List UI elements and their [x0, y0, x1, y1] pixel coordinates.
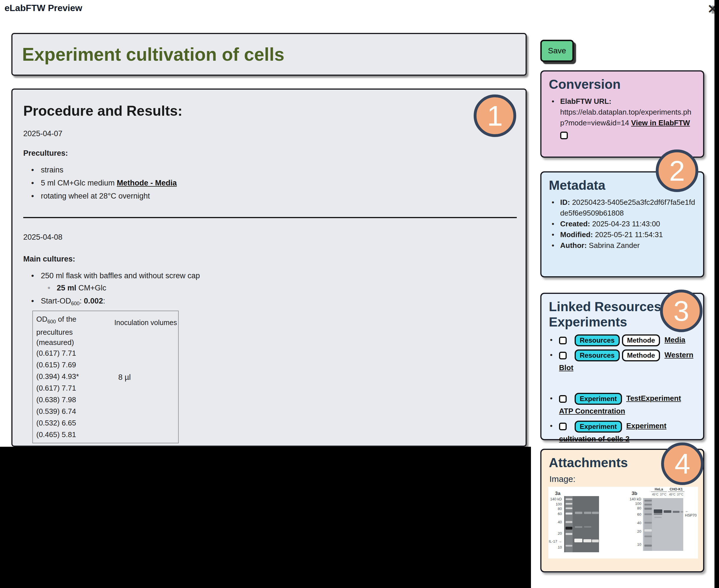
gel-3a-ladder-label: 140 kD	[548, 497, 562, 501]
list-item-text: 5 ml CM+Glc medium	[41, 179, 117, 187]
list-item-text: rotating wheel at 28°C overnight	[41, 192, 150, 200]
main-cultures-list: 250 ml flask with baffles and without sc…	[31, 271, 515, 475]
hsp70-annotation: ← HSP70	[685, 509, 698, 517]
gel-3b-ladder-label: 80	[628, 506, 641, 510]
conversion-title: Conversion	[549, 77, 696, 92]
gel-3b-ladder-label: 140 kD	[628, 497, 641, 501]
gel-3a-ladder-label: 40	[548, 520, 562, 524]
conversion-checkbox[interactable]	[560, 132, 568, 139]
section-heading: Procedure and Results:	[23, 103, 515, 119]
od-end: :	[103, 297, 105, 305]
document-body-card: Procedure and Results: 2025-04-07 Precul…	[11, 88, 527, 447]
gel-3b-label: 3b	[632, 491, 637, 497]
table-cell: (0.394) 4.93*	[36, 371, 111, 382]
methode-badge[interactable]: Methode	[622, 350, 660, 361]
gel-3b-ladder-label: 40	[628, 521, 641, 525]
window-title: eLabFTW Preview	[4, 3, 82, 13]
metadata-item-id: ID: 20250423-5405e25a3fc2df6f7fa5e1fdde5…	[549, 197, 696, 218]
list-item-text: strains	[41, 166, 64, 174]
conversion-url-item: ElabFTW URL: https://elab.dataplan.top/e…	[549, 96, 696, 139]
od-table-header: OD600 of the precultures	[36, 314, 111, 337]
experiment-badge[interactable]: Experiment	[575, 421, 622, 433]
table-cell: (0.539) 6.74	[36, 406, 111, 417]
list-item-text: 250 ml flask with baffles and without sc…	[41, 271, 200, 280]
gel-3b-ladder-label: 10	[628, 542, 641, 547]
annotation-circle-1: 1	[474, 94, 516, 137]
table-cell: (0.615) 7.69	[36, 359, 111, 371]
table-cell: (0.617) 7.71	[36, 348, 111, 359]
sub-list-item: 25 ml CM+Glc	[48, 284, 515, 292]
gel-3a-ladder-label: 20	[548, 531, 562, 536]
linked-item-checkbox[interactable]	[559, 352, 567, 359]
metadata-item-author: Author: Sabrina Zander	[549, 240, 696, 251]
gel-3b-group-hela: HeLa	[651, 487, 667, 492]
list-item: strains	[31, 166, 515, 174]
gel-3a-ladder-label: 80	[548, 507, 562, 511]
gel-3b-group-chok1: CHO-K1	[668, 487, 684, 492]
od-table-column-measured: OD600 of the precultures (measured) (0.6…	[33, 311, 113, 442]
page-title: Experiment cultivation of cells	[13, 44, 284, 65]
table-cell: (0.532) 6.65	[36, 417, 111, 429]
metadata-list: ID: 20250423-5405e25a3fc2df6f7fa5e1fdde5…	[549, 197, 696, 251]
save-button[interactable]: Save	[540, 40, 574, 62]
linked-item-checkbox[interactable]	[559, 337, 567, 344]
inoculation-header: Inoculation volumes	[114, 318, 178, 327]
url-label: ElabFTW URL:	[560, 97, 612, 106]
linked-item: ResourcesMethode Western Blot	[549, 349, 696, 374]
methode-media-link[interactable]: Methode - Media	[117, 179, 177, 187]
gel-3b-temp: 45°C	[652, 493, 658, 496]
list-item: Start-OD600: 0.002: OD600 of the precult…	[31, 297, 515, 455]
right-edge-black-strip	[715, 0, 719, 588]
conversion-panel: Conversion ElabFTW URL: https://elab.dat…	[540, 70, 704, 158]
list-item: 5 ml CM+Glc medium Methode - Media	[31, 179, 515, 188]
od-table-header-line2: (measured)	[36, 337, 111, 348]
gel-3b-ladder-label: 20	[628, 529, 641, 533]
gel-3b-temp: 37°C	[677, 493, 683, 496]
main-cultures-label: Main cultures:	[23, 255, 515, 264]
annotation-circle-4: 4	[661, 442, 704, 485]
list-item: 250 ml flask with baffles and without sc…	[31, 271, 515, 292]
linked-list: ResourcesMethode Media ResourcesMethode …	[549, 334, 696, 445]
media-link[interactable]: Media	[664, 336, 685, 344]
linked-item-checkbox[interactable]	[559, 423, 567, 430]
redacted-black-region	[0, 447, 531, 588]
od-label: Start-OD	[41, 297, 71, 305]
sub-item-bold: 25 ml	[57, 284, 76, 292]
table-cell: (0.638) 7.98	[36, 394, 111, 406]
gel-3b-ladder-label: 100	[628, 502, 641, 506]
experiment-badge[interactable]: Experiment	[575, 393, 622, 405]
divider	[23, 217, 517, 218]
resources-badge[interactable]: Resources	[575, 334, 620, 346]
view-in-elabftw-link[interactable]: View in ElabFTW	[631, 119, 690, 127]
table-cell: (0.465) 5.81	[36, 429, 111, 441]
gel-3a-ladder-label: 60	[548, 512, 562, 516]
annotation-circle-2: 2	[656, 149, 698, 192]
linked-item-checkbox[interactable]	[559, 395, 567, 403]
od-value: 0.002	[84, 297, 103, 305]
conversion-list: ElabFTW URL: https://elab.dataplan.top/e…	[549, 96, 696, 139]
linked-item: Experiment Experiment cultivation of cel…	[549, 420, 696, 445]
od-colon: :	[80, 297, 84, 305]
entry1-date: 2025-04-07	[23, 129, 515, 138]
gel-3a-ladder-label: 100	[548, 502, 562, 506]
methode-badge[interactable]: Methode	[622, 334, 660, 346]
precultures-list: strains 5 ml CM+Glc medium Methode - Med…	[31, 166, 515, 201]
gel-3a-il17-label: IL-17 →	[548, 539, 562, 544]
metadata-item-created: Created: 2025-04-23 11:43:00	[549, 218, 696, 229]
od-table-column-inoculation: Inoculation volumes 8 µl	[113, 311, 178, 442]
document-title-card: Experiment cultivation of cells	[11, 33, 527, 76]
metadata-item-modified: Modified: 2025-05-21 11:54:31	[549, 229, 696, 240]
attachment-image[interactable]: 3a 140 kD 100 80 60 40 20 IL-17 → 10	[548, 487, 698, 559]
od-table: OD600 of the precultures (measured) (0.6…	[32, 311, 179, 443]
gel-3b-temp: 45°C	[669, 493, 675, 496]
linked-item: ResourcesMethode Media	[549, 334, 696, 346]
list-item: rotating wheel at 28°C overnight	[31, 192, 515, 201]
gel-image-3b	[643, 498, 683, 551]
linked-item: Experiment TestExperiment ATP Concentrat…	[549, 392, 696, 417]
entry2-date: 2025-04-08	[23, 233, 515, 241]
inoculation-volume: 8 µl	[118, 373, 131, 382]
gel-3b-ladder-label: 60	[628, 512, 641, 517]
sub-item-text: CM+Glc	[76, 284, 106, 292]
resources-badge[interactable]: Resources	[575, 350, 620, 361]
precultures-label: Precultures:	[23, 149, 515, 158]
